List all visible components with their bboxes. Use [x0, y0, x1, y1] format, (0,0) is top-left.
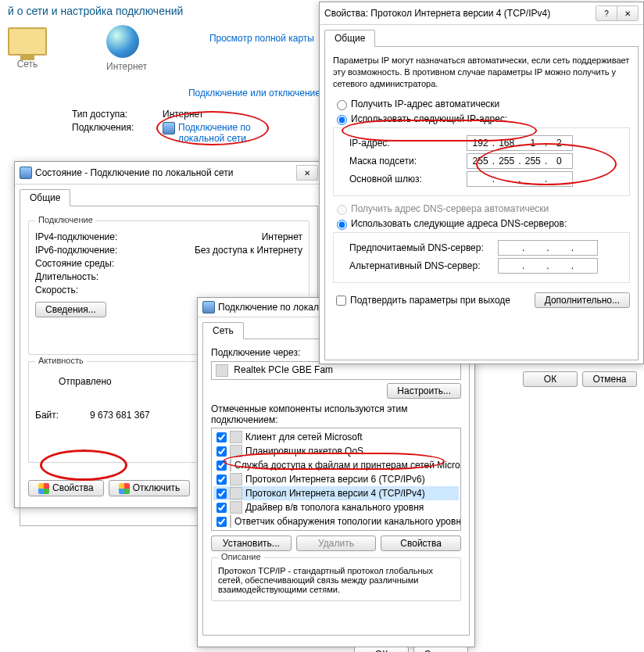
window-ipv4-properties: Свойства: Протокол Интернета версии 4 (T…	[319, 2, 644, 364]
duration-label: Длительность:	[35, 271, 302, 282]
adapter-icon	[216, 364, 228, 377]
list-item: Служба доступа к файлам и принтерам сете…	[213, 458, 459, 472]
radio-manual-ip[interactable]	[337, 115, 347, 125]
mask-label: Маска подсети:	[349, 156, 467, 167]
internet-label: Интернет	[106, 58, 147, 72]
cancel-button[interactable]: Отмена	[413, 647, 468, 652]
lan-connection-icon	[202, 301, 215, 313]
help-icon[interactable]: ?	[596, 5, 617, 21]
ipv6-value: Без доступа к Интернету	[195, 245, 302, 256]
shield-icon	[119, 483, 130, 494]
remove-button: Удалить	[296, 536, 377, 551]
view-full-map-link[interactable]: Просмотр полной карты	[209, 22, 320, 75]
connect-disconnect-link[interactable]: Подключение или отключение	[0, 75, 328, 99]
page-title: й о сети и настройка подключений	[0, 0, 328, 22]
alternate-dns-label: Альтернативный DNS-сервер:	[349, 260, 498, 271]
list-item: Планировщик пакетов QoS	[213, 444, 459, 458]
tab-general[interactable]: Общие	[20, 189, 70, 206]
lan-connection-icon	[163, 122, 175, 134]
component-icon	[230, 445, 242, 457]
list-item-ipv4: Протокол Интернета версии 4 (TCP/IPv4)	[213, 486, 459, 500]
gateway-input[interactable]: ...	[467, 171, 573, 187]
access-type-label: Тип доступа:	[72, 109, 163, 120]
details-button[interactable]: Сведения...	[35, 302, 106, 317]
network-center-background: й о сети и настройка подключений Сеть Ин…	[0, 0, 328, 146]
components-label: Отмеченные компоненты используются этим …	[211, 403, 461, 425]
component-icon	[230, 431, 242, 443]
tab-general[interactable]: Общие	[324, 30, 375, 47]
computer-icon	[8, 27, 47, 56]
ip-address-input[interactable]: 192.168.1.2	[467, 135, 573, 151]
lan-connection-icon	[20, 167, 32, 179]
adapter-name: Realtek PCIe GBE Fam	[234, 364, 333, 375]
radio-manual-dns[interactable]	[337, 220, 347, 230]
install-button[interactable]: Установить...	[211, 536, 292, 551]
sent-label: Отправлено	[59, 376, 112, 393]
window-title: Состояние - Подключение по локальной сет…	[35, 167, 297, 178]
cancel-button[interactable]: Отмена	[582, 371, 637, 387]
gateway-label: Основной шлюз:	[349, 174, 467, 184]
speed-label: Скорость:	[35, 285, 302, 296]
radio-auto-dns	[337, 205, 347, 215]
component-icon	[230, 459, 231, 471]
components-list[interactable]: Клиент для сетей Microsoft Планировщик п…	[211, 428, 461, 531]
description-text: Протокол TCP/IP - стандартный протокол г…	[218, 566, 454, 594]
globe-icon	[106, 25, 139, 58]
preferred-dns-input[interactable]: ...	[498, 240, 598, 256]
tab-network[interactable]: Сеть	[202, 322, 244, 339]
ipv4-value: Интернет	[262, 231, 302, 242]
ipv6-label: IPv6-подключение:	[35, 245, 195, 256]
properties-button[interactable]: Свойства	[381, 536, 461, 551]
group-connection: Подключение	[35, 215, 96, 224]
description-group: Описание	[218, 552, 264, 561]
ok-button[interactable]: ОК	[354, 647, 409, 652]
shield-icon	[38, 483, 49, 494]
intro-text: Параметры IP могут назначаться автоматич…	[333, 55, 630, 90]
radio-auto-ip[interactable]	[337, 100, 347, 110]
confirm-on-exit-checkbox[interactable]: Подтвердить параметры при выходе	[333, 293, 510, 308]
properties-button[interactable]: Свойства	[28, 480, 104, 496]
bytes-label: Байт:	[35, 410, 90, 421]
group-activity: Активность	[35, 356, 87, 365]
ipv4-label: IPv4-подключение:	[35, 231, 262, 242]
close-icon[interactable]: ✕	[617, 5, 639, 21]
component-icon	[230, 473, 242, 485]
component-icon	[230, 487, 242, 500]
alternate-dns-input[interactable]: ...	[498, 258, 598, 274]
media-state-label: Состояние среды:	[35, 258, 302, 269]
list-item: Протокол Интернета версии 6 (TCP/IPv6)	[213, 472, 459, 486]
list-item: Драйвер в/в тополога канального уровня	[213, 500, 459, 514]
component-icon	[230, 515, 231, 528]
access-type-value: Интернет	[163, 109, 203, 120]
list-item: Ответчик обнаружения топологии канальног…	[213, 514, 459, 528]
local-connection-link[interactable]: Подключение по локальной сети	[178, 122, 251, 144]
ip-label: IP-адрес:	[349, 138, 467, 149]
advanced-button[interactable]: Дополнительно...	[535, 292, 630, 308]
close-icon[interactable]: ✕	[296, 165, 318, 181]
window-title: Свойства: Протокол Интернета версии 4 (T…	[324, 8, 596, 19]
connections-label: Подключения:	[72, 122, 163, 133]
subnet-mask-input[interactable]: 255.255.255.0	[467, 153, 573, 169]
list-item: Клиент для сетей Microsoft	[213, 430, 459, 444]
component-icon	[230, 501, 242, 514]
ok-button[interactable]: ОК	[523, 371, 578, 387]
bytes-value: 9 673 681 367	[90, 410, 150, 421]
preferred-dns-label: Предпочитаемый DNS-сервер:	[349, 242, 498, 253]
disable-button[interactable]: Отключить	[109, 480, 191, 496]
